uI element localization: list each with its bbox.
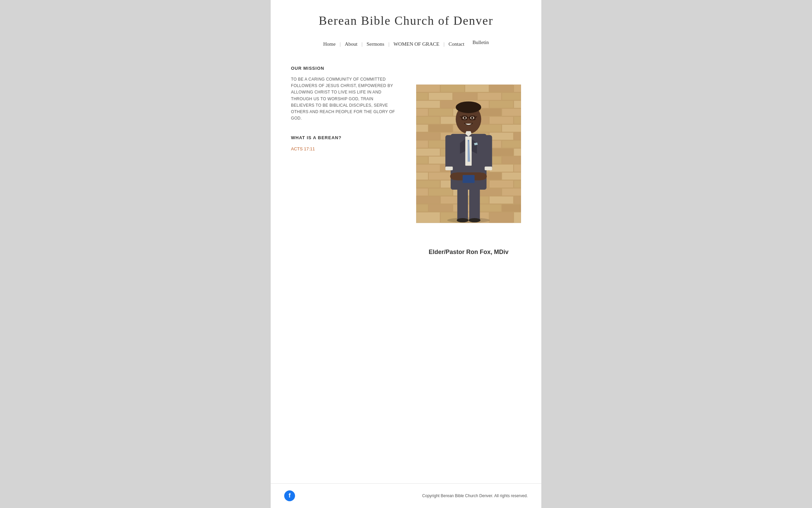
pastor-caption: Elder/Pastor Ron Fox, MDiv [429,249,509,256]
svg-rect-30 [502,125,521,132]
svg-rect-54 [490,164,514,172]
svg-rect-66 [416,188,428,196]
svg-rect-34 [490,132,514,140]
nav-item-bulletin[interactable]: Bulletin [468,38,493,47]
svg-rect-70 [502,188,521,196]
svg-rect-1 [416,85,440,92]
nav-item-contact[interactable]: Contact [445,40,469,49]
svg-rect-65 [514,180,521,188]
svg-rect-80 [502,204,521,212]
svg-rect-46 [416,156,428,164]
svg-rect-9 [477,92,501,100]
site-title: Berean Bible Church of Denver [277,14,535,28]
svg-rect-8 [453,92,477,100]
main-content: OUR MISSION TO BE A CARING COMMUNITY OF … [271,52,541,483]
svg-rect-20 [502,109,521,116]
site-header: Berean Bible Church of Denver [271,0,541,35]
svg-rect-11 [416,101,440,108]
svg-rect-67 [429,188,453,196]
svg-rect-87 [457,186,468,220]
svg-rect-77 [429,204,453,212]
svg-rect-50 [502,156,521,164]
svg-rect-44 [490,148,514,156]
svg-rect-84 [490,212,514,223]
mission-text: TO BE A CARING COMMUNITY OF COMMITTED FO… [291,76,396,122]
svg-rect-79 [477,204,501,212]
svg-rect-56 [416,172,428,180]
svg-rect-81 [416,212,440,223]
berean-heading: WHAT IS A BEREAN? [291,135,396,140]
svg-rect-19 [477,109,501,116]
svg-rect-85 [514,212,521,223]
nav-item-about[interactable]: About [341,40,362,49]
svg-rect-51 [416,164,440,172]
svg-rect-35 [514,132,521,140]
svg-rect-15 [514,101,521,108]
svg-rect-88 [469,186,480,220]
facebook-icon[interactable] [284,490,295,501]
svg-rect-75 [514,196,521,204]
main-nav: Home | About | Sermons | WOMEN OF GRACE … [271,35,541,52]
svg-point-86 [447,217,490,223]
svg-rect-27 [429,125,453,132]
svg-point-114 [471,117,473,119]
left-column: OUR MISSION TO BE A CARING COMMUNITY OF … [291,66,396,463]
svg-rect-36 [416,141,428,148]
nav-row-2: Bulletin [468,38,493,50]
nav-item-home[interactable]: Home [319,40,340,49]
site-footer: Copyright Berean Bible Church Denver. Al… [271,483,541,508]
mission-heading: OUR MISSION [291,66,396,71]
svg-point-89 [457,218,469,223]
copyright-text: Copyright Berean Bible Church Denver. Al… [422,493,528,498]
svg-point-90 [469,218,480,223]
svg-rect-55 [514,164,521,172]
svg-rect-14 [490,101,514,108]
svg-rect-31 [416,132,440,140]
nav-row-1: Home | About | Sermons | WOMEN OF GRACE … [319,40,468,49]
svg-rect-57 [429,172,453,180]
page-wrapper: Berean Bible Church of Denver Home | Abo… [271,0,541,508]
berean-section: WHAT IS A BEREAN? ACTS 17:11 [291,135,396,152]
pastor-image [416,66,521,242]
svg-rect-24 [490,117,514,124]
pastor-image-container [416,66,521,243]
svg-rect-21 [416,117,440,124]
svg-rect-61 [416,180,440,188]
svg-rect-16 [416,109,428,116]
svg-rect-45 [514,148,521,156]
svg-rect-60 [502,172,521,180]
svg-rect-100 [445,167,453,170]
svg-rect-101 [484,167,492,170]
svg-rect-3 [465,85,489,92]
svg-rect-25 [514,117,521,124]
svg-rect-29 [477,125,501,132]
acts-link[interactable]: ACTS 17:11 [291,146,315,151]
svg-rect-64 [490,180,514,188]
svg-rect-10 [502,92,521,100]
svg-rect-2 [441,85,465,92]
svg-rect-4 [490,85,514,92]
svg-rect-71 [416,196,440,204]
svg-rect-26 [416,125,428,132]
svg-rect-99 [484,135,492,170]
svg-rect-74 [490,196,514,204]
svg-rect-76 [416,204,428,212]
svg-point-110 [456,101,481,113]
svg-point-113 [464,117,466,119]
svg-rect-98 [445,135,453,170]
svg-rect-41 [416,148,440,156]
svg-rect-7 [429,92,453,100]
svg-rect-6 [416,92,428,100]
nav-item-sermons[interactable]: Sermons [362,40,388,49]
svg-rect-5 [514,85,521,92]
svg-rect-17 [429,109,453,116]
right-column: Elder/Pastor Ron Fox, MDiv [416,66,521,463]
svg-rect-40 [502,141,521,148]
svg-rect-107 [463,175,474,183]
nav-item-women-of-grace[interactable]: WOMEN OF GRACE [389,40,444,49]
